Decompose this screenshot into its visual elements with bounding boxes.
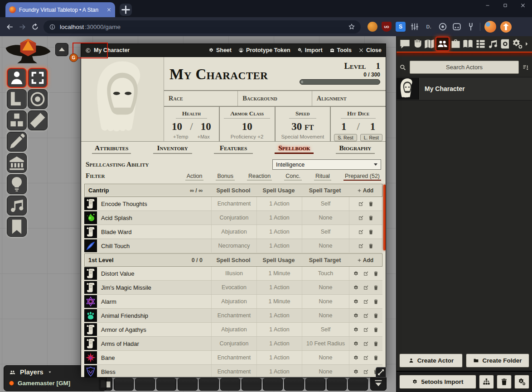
spell-gear-icon[interactable] — [353, 271, 359, 277]
spell-slots-value[interactable]: 0 / 0 — [192, 257, 211, 263]
spell-name[interactable]: Blade Ward — [101, 229, 131, 235]
scroll-icon[interactable] — [84, 281, 97, 294]
sounds-control-button[interactable] — [7, 196, 27, 215]
browser-tab[interactable]: Foundry Virtual Tabletop • A Stan — [5, 2, 115, 17]
ac-value[interactable]: 10 — [242, 121, 252, 133]
spell-edit-icon[interactable] — [358, 201, 364, 207]
spell-name[interactable]: Bless — [101, 368, 116, 375]
measure-control-button[interactable] — [7, 89, 27, 109]
scroll-icon[interactable] — [84, 337, 97, 350]
tab-attributes[interactable]: Attributes — [81, 144, 142, 155]
spell-edit-icon[interactable] — [363, 369, 369, 375]
character-name-field[interactable]: My Character — [169, 66, 300, 83]
tab-biography[interactable]: Biography — [325, 144, 386, 155]
spell-row[interactable]: Armor of Agathys Abjuration 1 Action Sel… — [84, 323, 382, 337]
alignment-field[interactable]: Alignment — [312, 91, 386, 106]
chill-touch-icon[interactable] — [84, 239, 97, 252]
url-bar[interactable]: localhost :30000/game — [44, 20, 361, 33]
spell-row[interactable]: Arms of Hadar Conjuration 1 Action 10 Fe… — [84, 337, 382, 351]
spell-gear-icon[interactable] — [353, 299, 359, 305]
cookie-extension-icon[interactable] — [368, 22, 377, 32]
spell-name[interactable]: Animal Friendship — [101, 312, 148, 319]
alarm-icon[interactable] — [84, 295, 97, 308]
filter-bonus[interactable]: Bonus — [216, 173, 234, 181]
hotbar-page-button[interactable] — [370, 376, 387, 391]
box-extension-icon[interactable] — [452, 22, 462, 32]
new-tab-button[interactable] — [120, 4, 132, 16]
macro-slot[interactable] — [135, 378, 155, 391]
spell-gear-icon[interactable] — [353, 341, 359, 347]
scroll-icon[interactable] — [84, 197, 97, 210]
spell-row[interactable]: Bless Enchantment 1 Action None — [84, 365, 382, 377]
ruler-tool-button[interactable] — [28, 110, 48, 130]
spell-delete-icon[interactable] — [373, 285, 379, 291]
filter-ritual[interactable]: Ritual — [314, 173, 331, 181]
tab-spellbook[interactable]: Spellbook — [264, 144, 324, 155]
bane-icon[interactable] — [84, 351, 97, 364]
spell-edit-icon[interactable] — [363, 271, 369, 277]
macro-slot[interactable] — [199, 378, 219, 391]
macro-slot[interactable] — [114, 378, 134, 391]
spell-delete-icon[interactable] — [373, 313, 379, 319]
level-value[interactable]: 1 — [376, 61, 381, 71]
spell-delete-icon[interactable] — [368, 243, 374, 249]
window-minimize-button[interactable] — [485, 3, 490, 8]
spell-row[interactable]: Acid Splash Conjuration 1 Action None — [84, 211, 382, 225]
spell-edit-icon[interactable] — [363, 299, 369, 305]
tiles-control-button[interactable] — [7, 110, 27, 130]
spell-row[interactable]: Alarm Abjuration 1 Minute None — [84, 295, 382, 309]
background-field[interactable]: Background — [237, 91, 311, 106]
tools-button[interactable]: Tools — [329, 47, 352, 53]
xp-value[interactable]: 0 / 300 — [300, 72, 380, 78]
long-rest-button[interactable]: L. Rest — [360, 134, 382, 141]
spell-delete-icon[interactable] — [373, 355, 379, 361]
macro-slot[interactable] — [348, 378, 368, 391]
macro-slot[interactable] — [156, 378, 176, 391]
filter-action[interactable]: Action — [185, 173, 204, 181]
macro-slot[interactable] — [305, 378, 325, 391]
reload-button[interactable] — [31, 23, 39, 31]
site-info-icon[interactable] — [49, 24, 56, 30]
spell-gear-icon[interactable] — [353, 313, 359, 319]
animal-friendship-icon[interactable] — [84, 309, 97, 322]
special-movement-label[interactable]: Special Movement — [281, 134, 324, 139]
add-spell-button[interactable]: Add — [348, 257, 382, 263]
filter-prepared-52-[interactable]: Prepared (52) — [343, 173, 381, 181]
hp-current[interactable]: 10 — [172, 121, 182, 133]
spell-gear-icon[interactable] — [353, 327, 359, 333]
add-spell-button[interactable]: Add — [348, 187, 382, 194]
bookmark-star-icon[interactable] — [348, 23, 355, 30]
scroll-icon[interactable] — [84, 267, 97, 280]
spell-edit-icon[interactable] — [358, 243, 364, 249]
sidebar-tab-chat[interactable] — [399, 38, 411, 50]
sidebar-tab-items[interactable] — [450, 38, 462, 50]
actor-list-item[interactable]: My Character — [397, 77, 532, 100]
camera-extension-icon[interactable] — [438, 22, 448, 32]
spell-delete-icon[interactable] — [368, 229, 374, 235]
spell-delete-icon[interactable] — [368, 201, 374, 207]
sidebar-tab-playlists[interactable] — [487, 38, 499, 50]
spell-edit-icon[interactable] — [358, 215, 364, 221]
hit-dice-max[interactable]: 1 — [370, 121, 376, 133]
spell-name[interactable]: Acid Splash — [101, 215, 132, 221]
spell-delete-icon[interactable] — [368, 215, 374, 221]
drawings-control-button[interactable] — [7, 132, 27, 152]
sidebar-tab-settings[interactable] — [511, 38, 523, 50]
spell-edit-icon[interactable] — [363, 285, 369, 291]
hp-temp-label[interactable]: +Temp — [173, 134, 188, 139]
notes-control-button[interactable] — [7, 217, 27, 237]
window-maximize-button[interactable] — [503, 3, 508, 8]
spell-name[interactable]: Alarm — [101, 298, 116, 305]
short-rest-button[interactable]: S. Rest — [334, 134, 357, 141]
forward-button[interactable] — [18, 23, 27, 31]
close-button[interactable]: Close — [358, 47, 382, 53]
create-folder-button[interactable]: Create Folder — [466, 354, 529, 368]
hp-max[interactable]: 10 — [201, 121, 211, 133]
window-resize-handle[interactable] — [376, 367, 386, 378]
hit-dice-current[interactable]: 1 — [341, 121, 347, 133]
speed-value[interactable]: 30 ft — [291, 121, 314, 133]
spell-name[interactable]: Chill Touch — [101, 243, 130, 249]
spell-delete-icon[interactable] — [373, 327, 379, 333]
sidebar-tab-journal[interactable] — [462, 38, 474, 50]
browser-update-icon[interactable] — [500, 21, 512, 33]
